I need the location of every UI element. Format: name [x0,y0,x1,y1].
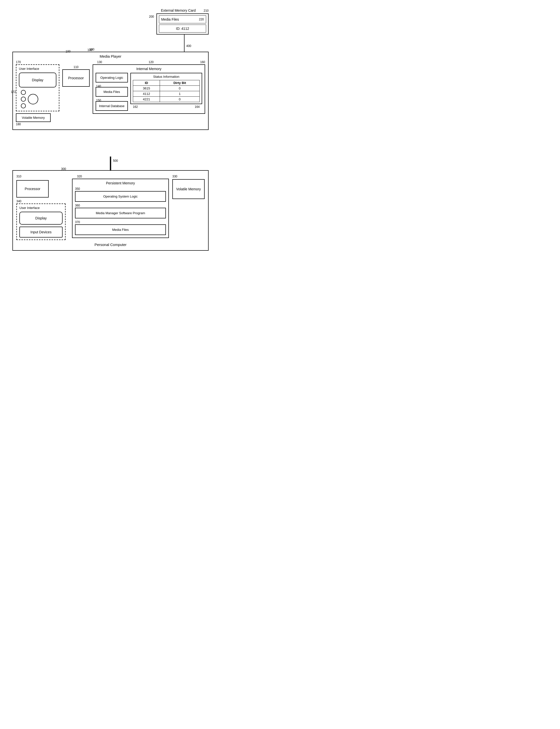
persistent-memory-box: Persistent Memory 350 Operating System L… [72,179,169,238]
ref-350: 350 [75,187,166,190]
control-btn-1[interactable] [21,90,26,95]
media-player-section: Media Player 100 100 170 User Interface … [12,52,209,130]
ui-title: User Interface [19,67,56,71]
ref-100-outside: 100 [89,48,94,51]
pc-input-devices-box: Input Devices [19,226,63,237]
table-row: 42210 [133,97,200,102]
ref-310: 310 [16,175,21,178]
ext-id-label: ID: 4112 [176,27,189,31]
ext-card-ref-210: 210 [204,9,209,12]
mp-title: Media Player [100,54,121,58]
ref-110: 110 [74,65,78,69]
ref-130-label: 130 [97,60,102,64]
ref-200: 200 [149,15,154,18]
ref-160-label: 160 [200,60,205,64]
ref-340: 340 [16,199,21,203]
ref-320: 320 [77,175,82,178]
ext-to-mp-line [184,34,185,52]
pc-display-box: Display [19,212,63,225]
ext-memory-card: External Memory Card 210 Media Files 220… [156,8,209,35]
ref-500: 500 [113,159,118,162]
ext-card-outer-box: Media Files 220 ID: 4112 [156,13,209,35]
ref-164: 164 [195,105,200,109]
connector-thick-line [110,156,111,170]
media-files-box: Media Files [96,87,128,97]
ext-id-box: ID: 4112 [159,25,206,33]
control-btn-3[interactable] [21,103,26,108]
col-id: ID [133,80,160,86]
ref-300: 300 [61,167,66,171]
ext-media-files-ref: 220 [199,18,204,21]
table-row: 41121 [133,91,200,97]
im-title: Internal Memory [96,67,202,71]
col-dirty: Dirty Bit [160,80,200,86]
pc-bottom-title: Personal Computer [16,242,205,247]
pm-title: Persistent Memory [75,181,166,185]
ref-120-label: 120 [149,60,153,64]
volatile-memory-box: Volatile Memory [16,113,51,122]
ext-card-title: External Memory Card [156,8,203,12]
pc-section: 300 310 Processor 340 User Interface Dis… [12,170,209,251]
processor-box: Processor [62,69,90,87]
pc-ui-box: User Interface Display Input Devices [16,203,66,240]
ref-370: 370 [75,220,166,224]
internal-database-box: Internal Database [96,101,128,111]
ref-330: 330 [172,175,177,178]
ref-100: 100 [66,50,71,53]
ref-172: 172 [11,90,16,94]
pc-media-files-box: Media Files [75,224,166,235]
status-title: Status Information [133,75,200,78]
status-table: ID Dirty Bit 361504112142210 [133,80,200,102]
os-logic-box: Operating System Logic [75,191,166,202]
ref-170: 170 [16,60,21,64]
status-info-box: Status Information ID Dirty Bit [130,73,202,104]
ext-media-files-label: Media Files [161,17,179,21]
ref-400: 400 [186,44,191,48]
table-row: 36150 [133,86,200,91]
ref-360: 360 [75,204,166,207]
pc-processor-box: Processor [16,180,49,197]
operating-logic-box: Operating Logic [96,73,128,82]
media-manager-box: Media Manager Software Program [75,208,166,218]
display-box: Display [19,73,56,87]
ref-162: 162 [133,105,138,109]
control-btn-2[interactable] [21,97,26,102]
internal-memory-box: Internal Memory Operating Logic 140 Medi… [93,64,205,114]
main-control-btn[interactable] [28,94,38,104]
ref-180: 180 [16,122,21,126]
pc-ui-title: User Interface [19,206,63,210]
ext-media-files-box: Media Files 220 [159,15,206,23]
pc-volatile-memory-box: Volatile Memory [172,179,205,199]
user-interface-box: User Interface Display 172 [16,64,59,111]
